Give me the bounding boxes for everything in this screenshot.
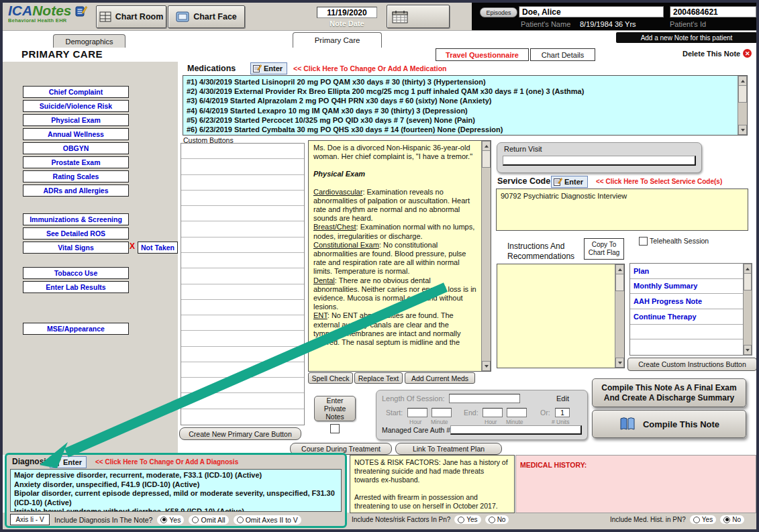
custom-button-slot[interactable] [181,393,304,409]
custom-button-slot[interactable] [181,221,304,237]
custom-button-slot[interactable] [181,300,304,315]
service-code-box[interactable]: 90792 Psychiatric Diagnostic Interview [496,189,748,231]
medication-row[interactable]: #1) 4/30/2019 Started Lisinopril 20 mg P… [187,77,736,87]
scroll-up-icon[interactable] [744,264,752,274]
preset-item-monthly-summary[interactable]: Monthly Summary [630,279,743,295]
med-hist-yes-option[interactable]: Yes [690,515,716,524]
note-date-input[interactable] [317,7,377,18]
custom-button-slot[interactable] [181,409,304,425]
diagnosis-omit-axes-radio[interactable] [237,517,244,523]
custom-button-slot[interactable] [181,268,304,284]
custom-button-slot[interactable] [181,144,304,159]
patient-name-input[interactable] [519,6,664,17]
preset-item-plan[interactable]: Plan [630,264,743,279]
sidebar-item-adrs-allergies[interactable]: ADRs and Allergies [23,184,129,197]
diagnosis-row[interactable]: Major depressive disorder, recurrent, mo… [14,471,338,480]
create-new-primary-care-button[interactable]: Create New Primary Care Button [179,427,301,440]
diagnosis-omit-all-radio[interactable] [192,517,199,523]
scroll-thumb[interactable] [738,85,747,103]
notes-risk-no-option[interactable]: No [485,515,509,524]
notes-risk-box[interactable]: NOTES & RISK FACTORS: Jane has a history… [350,455,515,513]
sidebar-item-chief-complaint[interactable]: Chief Complaint [23,86,129,98]
start-minute-input[interactable] [432,408,452,417]
copy-to-chart-flag-button[interactable]: Copy To Chart Flag [584,238,624,260]
custom-button-slot[interactable] [181,253,304,268]
sidebar-item-enter-lab-results[interactable]: Enter Lab Results [23,281,129,293]
private-notes-checkbox[interactable] [330,424,340,433]
preset-item-continue-therapy[interactable]: Continue Therapy [630,309,743,325]
end-hour-input[interactable] [483,408,503,417]
scroll-down-icon[interactable] [482,361,491,371]
notes-risk-no-radio[interactable] [489,517,495,523]
medication-row[interactable]: #2) 4/30/2019 External Provider Rx Breo … [187,87,736,96]
diagnosis-omit-axes-option[interactable]: Omit Axes II to V [234,515,301,525]
sidebar-item-tobacco-use[interactable]: Tobacco Use [23,267,129,279]
length-of-session-input[interactable] [449,394,520,403]
travel-questionnaire-button[interactable]: Travel Questionnaire [436,48,529,61]
compile-final-exam-button[interactable]: Compile This Note As A Final Exam And Cr… [592,378,746,407]
return-visit-input[interactable] [503,156,696,166]
edit-session-button[interactable]: Edit [556,394,569,403]
episodes-button[interactable]: Episodes [480,7,517,17]
instructions-scrollbar[interactable] [615,264,624,368]
custom-button-slot[interactable] [181,378,304,393]
scroll-down-icon[interactable] [744,345,752,355]
chart-face-button[interactable]: Chart Face [168,5,245,28]
sidebar-item-annual-wellness[interactable]: Annual Wellness [23,128,129,140]
custom-button-slot[interactable] [181,206,304,221]
sidebar-item-immunizations-screening[interactable]: Immunizations & Screening [23,213,129,225]
service-code-enter-button[interactable]: Enter [551,176,588,188]
add-new-note-button[interactable]: Add a new Note for this patient [616,32,757,43]
scroll-thumb[interactable] [482,150,491,168]
spell-check-button[interactable]: Spell Check [308,372,353,384]
medications-list[interactable]: #1) 4/30/2019 Started Lisinopril 20 mg P… [183,75,748,136]
managed-care-input[interactable] [450,425,582,435]
medical-history-box[interactable]: MEDICAL HISTORY: [515,455,756,513]
preset-item-aah-progress-note[interactable]: AAH Progress Note [630,294,743,309]
create-custom-instructions-button[interactable]: Create Custom Instructions Button [627,358,757,371]
diagnosis-omit-all-option[interactable]: Omit All [189,515,228,525]
notes-risk-yes-radio[interactable] [458,517,464,523]
enter-private-notes-button[interactable]: Enter Private Notes [314,396,356,421]
telehealth-checkbox[interactable] [639,237,648,246]
delete-this-note-button[interactable]: Delete This Note ✕ [682,49,752,58]
custom-button-slot[interactable] [181,331,304,346]
scroll-down-icon[interactable] [615,358,624,368]
custom-button-slot[interactable] [181,191,304,206]
tab-demographics[interactable]: Demographics [53,34,125,48]
medication-row[interactable]: #6) 6/23/2019 Started Cymbalta 30 mg PO … [187,125,736,134]
sidebar-item-obgyn[interactable]: OBGYN [23,142,129,154]
sidebar-item-see-detailed-ros[interactable]: See Detailed ROS [23,227,129,240]
custom-button-slot[interactable] [181,159,304,174]
custom-button-slot[interactable] [181,237,304,253]
custom-button-slot[interactable] [181,362,304,378]
chart-room-button[interactable]: Chart Room [96,5,166,28]
units-input[interactable] [555,408,570,417]
custom-button-slot[interactable] [181,284,304,300]
chart-details-button[interactable]: Chart Details [530,48,595,61]
med-hist-yes-radio[interactable] [693,517,700,523]
note-preview-scrollbar[interactable] [481,141,491,371]
medication-row[interactable]: #3) 6/4/2019 Started Alprazolam 2 mg PO … [187,96,736,105]
sidebar-item-rating-scales[interactable]: Rating Scales [23,170,129,182]
diagnosis-row[interactable]: Bipolar disorder, current episode depres… [14,489,338,507]
sidebar-item-prostate-exam[interactable]: Prostate Exam [23,156,129,168]
add-current-meds-button[interactable]: Add Current Meds [405,372,475,384]
sidebar-item-physical-exam[interactable]: Physical Exam [23,114,129,126]
scroll-up-icon[interactable] [482,141,491,151]
compile-this-note-button[interactable]: Compile This Note [592,410,746,438]
scroll-up-icon[interactable] [615,264,624,274]
link-to-treatment-plan-button[interactable]: Link To Treatment Plan [395,443,502,455]
custom-button-slot[interactable] [181,315,304,331]
vital-signs-not-taken-button[interactable]: Not Taken [138,242,178,254]
end-minute-input[interactable] [507,408,527,417]
scroll-thumb[interactable] [615,274,624,291]
diagnosis-yes-option[interactable]: Yes [157,515,184,525]
diagnosis-yes-radio[interactable] [160,517,167,523]
patient-id-input[interactable] [670,6,756,17]
medications-enter-button[interactable]: Enter [250,62,287,74]
diagnosis-row[interactable]: Irritable bowel syndrome without diarrhe… [14,507,338,512]
axis-ii-v-button[interactable]: Axis Ii - V [10,514,50,525]
med-hist-no-option[interactable]: No [720,515,744,524]
presets-scrollbar[interactable] [743,264,752,355]
